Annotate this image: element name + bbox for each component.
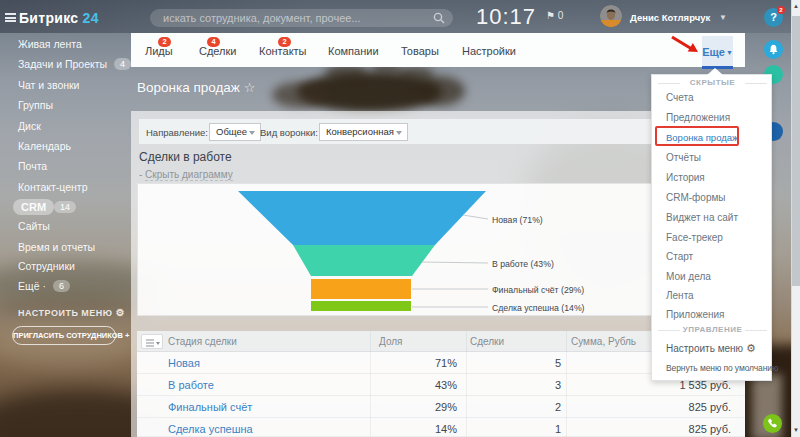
svg-text:Новая (71%): Новая (71%) xyxy=(492,215,543,225)
svg-text:Финальный счёт (29%): Финальный счёт (29%) xyxy=(492,285,584,295)
svg-text:Сделка успешна (14%): Сделка успешна (14%) xyxy=(492,303,585,313)
svg-text:В работе (43%): В работе (43%) xyxy=(492,259,554,269)
